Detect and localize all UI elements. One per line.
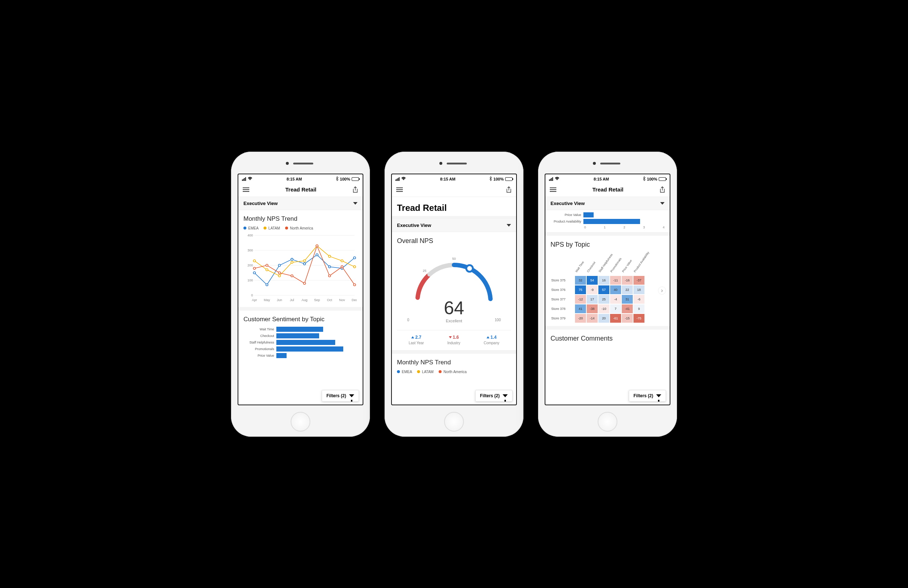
heatmap-cell[interactable]: 75 — [575, 285, 586, 294]
heatmap-cell[interactable]: -14 — [586, 313, 598, 323]
heatmap-cell[interactable]: -38 — [586, 304, 598, 313]
svg-point-27 — [354, 257, 356, 259]
svg-text:Nov: Nov — [339, 298, 345, 302]
delta-row: 2.7 Last Year 1.6 Industry 1.4 Company — [397, 330, 511, 347]
home-button[interactable] — [444, 412, 464, 432]
battery-text: 100% — [647, 177, 657, 181]
heatmap-cell[interactable]: 9 — [633, 304, 645, 313]
svg-point-32 — [303, 259, 306, 262]
status-bar: 8:15 AM 100% — [546, 174, 670, 183]
status-time: 8:15 AM — [594, 177, 609, 181]
card-nps-by-topic: NPS by Topic Wait TimeCheckoutStaff Help… — [546, 236, 670, 326]
heatmap-cell[interactable]: -20 — [575, 313, 586, 323]
wifi-icon — [248, 177, 253, 182]
scroll-area-2[interactable]: Tread Retail Executive View Overall NPS … — [392, 197, 516, 405]
heatmap-cell[interactable]: -37 — [633, 276, 645, 285]
card-customer-sentiment: Customer Sentiment by Topic Wait Time Ch… — [238, 311, 362, 363]
svg-point-29 — [266, 268, 268, 271]
battery-text: 100% — [340, 177, 350, 181]
app-title: Tread Retail — [592, 186, 623, 193]
svg-point-44 — [341, 266, 343, 268]
bar-row: Price Value — [245, 353, 357, 358]
svg-point-46 — [467, 265, 473, 272]
menu-icon[interactable] — [243, 188, 249, 192]
heatmap-cell[interactable]: -15 — [621, 313, 633, 323]
heatmap-cell[interactable]: -16 — [621, 276, 633, 285]
menu-icon[interactable] — [396, 188, 403, 192]
line-chart: 0100200300400AprMayJunJulAugSepOctNovDec — [243, 233, 357, 303]
heatmap-cell[interactable]: 54 — [586, 276, 598, 285]
battery-text: 100% — [493, 177, 504, 181]
heatmap-cell[interactable]: 7 — [610, 304, 621, 313]
filters-button[interactable]: Filters (2) — [322, 390, 359, 402]
share-icon[interactable] — [353, 186, 358, 193]
share-icon[interactable] — [659, 186, 665, 193]
heatmap-cell[interactable]: 25 — [598, 294, 610, 304]
heatmap-cell[interactable]: 57 — [598, 285, 610, 294]
svg-point-36 — [354, 266, 356, 268]
heatmap-cell[interactable]: -12 — [575, 294, 586, 304]
legend-item: North America — [285, 226, 313, 230]
heatmap-cell[interactable]: 31 — [621, 294, 633, 304]
app-header: Tread Retail — [238, 183, 362, 197]
heatmap-cell[interactable]: 32 — [575, 276, 586, 285]
card-monthly-nps-trend: Monthly NPS Trend EMEALATAMNorth America… — [238, 210, 362, 307]
heatmap-cell[interactable]: 16 — [598, 276, 610, 285]
chart-title: Monthly NPS Trend — [243, 215, 357, 223]
legend-item: EMEA — [243, 226, 258, 230]
filters-label: Filters (2) — [633, 393, 653, 398]
heatmap-cell[interactable]: -6 — [633, 294, 645, 304]
home-button[interactable] — [291, 412, 310, 432]
section-label: Executive View — [243, 201, 278, 206]
filters-button[interactable]: Filters (2) — [475, 390, 512, 402]
scroll-area-1[interactable]: Monthly NPS Trend EMEALATAMNorth America… — [238, 210, 362, 405]
svg-point-45 — [354, 284, 356, 286]
heatmap-next-button[interactable]: › — [658, 286, 666, 294]
svg-text:0: 0 — [251, 294, 253, 297]
signal-icon — [549, 177, 553, 181]
heatmap-cell[interactable]: 17 — [586, 294, 598, 304]
section-label: Executive View — [551, 201, 585, 206]
line-chart-legend: EMEALATAMNorth America — [243, 226, 357, 230]
svg-text:Sep: Sep — [314, 298, 320, 302]
heatmap-cell[interactable]: 20 — [598, 313, 610, 323]
home-button[interactable] — [598, 412, 617, 432]
heatmap-cell[interactable]: 18 — [633, 285, 645, 294]
section-dropdown[interactable]: Executive View — [392, 219, 516, 232]
signal-icon — [396, 177, 399, 181]
share-icon[interactable] — [506, 186, 512, 193]
heatmap-cell[interactable]: -4 — [610, 294, 621, 304]
chevron-down-icon — [353, 202, 357, 205]
menu-icon[interactable] — [550, 188, 556, 192]
svg-point-19 — [253, 272, 256, 274]
heatmap-cell[interactable]: -41 — [621, 304, 633, 313]
svg-point-40 — [291, 275, 293, 276]
delta-industry: 1.6 — [448, 335, 460, 340]
heatmap-cell[interactable]: 41 — [575, 304, 586, 313]
scroll-area-3[interactable]: Price Value Product Availability 01234 N… — [546, 210, 670, 405]
filters-button[interactable]: Filters (2) — [629, 390, 666, 402]
bar-row: Promotionals — [245, 347, 357, 352]
gauge-max: 100 — [494, 318, 501, 322]
heatmap-cell[interactable]: -10 — [598, 304, 610, 313]
heatmap-cell[interactable]: 22 — [621, 285, 633, 294]
phone-mockup-3: 8:15 AM 100% Tread Retail Executive View — [538, 152, 677, 437]
filter-icon — [656, 394, 661, 397]
wifi-icon — [401, 177, 406, 182]
legend-item: North America — [439, 370, 467, 374]
section-dropdown[interactable]: Executive View — [238, 197, 362, 210]
heatmap-cell[interactable]: -61 — [610, 313, 621, 323]
svg-text:Jul: Jul — [290, 298, 294, 302]
heatmap-cell[interactable]: -11 — [610, 276, 621, 285]
svg-text:May: May — [264, 298, 270, 302]
svg-text:Jun: Jun — [277, 298, 282, 302]
heatmap-cell[interactable]: -9 — [586, 285, 598, 294]
heatmap-cell[interactable]: 40 — [610, 285, 621, 294]
heatmap: Wait TimeCheckoutStaff HelpfulnessPromot… — [551, 257, 665, 323]
svg-text:Apr: Apr — [252, 298, 257, 302]
section-dropdown[interactable]: Executive View — [546, 197, 670, 210]
heatmap-cell[interactable]: -75 — [633, 313, 645, 323]
chart-title: Monthly NPS Trend — [397, 359, 511, 366]
svg-text:100: 100 — [248, 278, 253, 282]
bar-row: Wait Time — [245, 327, 357, 332]
